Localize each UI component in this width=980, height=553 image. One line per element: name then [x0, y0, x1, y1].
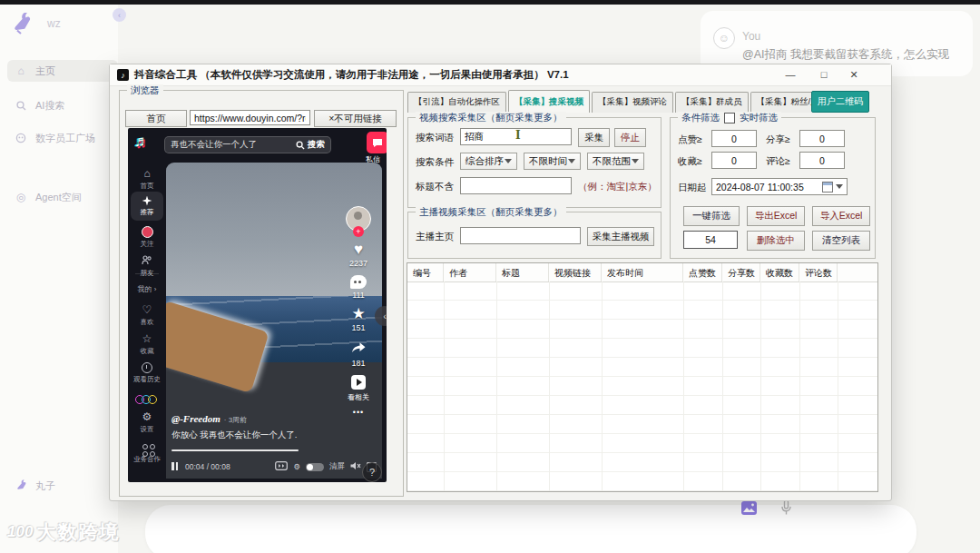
sidebar-item-home[interactable]: ⌂ 主页 [7, 60, 118, 82]
share-icon[interactable] [350, 340, 367, 357]
home-icon: ⌂ [15, 64, 27, 77]
col-header[interactable]: 收藏数 [760, 263, 799, 281]
favorite-filter-input[interactable] [711, 152, 757, 169]
help-button[interactable]: ? [362, 462, 382, 482]
sidebar-item-label: 主页 [35, 64, 55, 78]
grid-line [496, 281, 497, 491]
text-cursor-icon: I [515, 129, 521, 142]
realtime-checkbox[interactable] [724, 113, 735, 123]
browser-home-button[interactable]: 首页 [125, 110, 187, 127]
invalid-link-button[interactable]: ×不可用链接 [314, 110, 397, 127]
grid-line [683, 281, 684, 491]
sidebar-item-ai-search[interactable]: AI搜索 [7, 94, 118, 116]
tab-group-members[interactable]: 【采集】群成员 [675, 92, 749, 113]
results-table[interactable]: 编号 作者 标题 视频链接 发布时间 点赞数 分享数 收藏数 评论数 [407, 262, 878, 492]
tab-automation[interactable]: 【引流】自动化操作区 [407, 92, 506, 113]
clear-screen-toggle[interactable] [306, 463, 324, 471]
douyin-nav-recommend[interactable]: 推荐 [131, 192, 163, 221]
settings-gear-icon[interactable]: ⚙ [293, 462, 300, 471]
col-header[interactable]: 编号 [407, 263, 444, 281]
daxu-logo: 100 [7, 523, 33, 541]
more-icon[interactable]: ••• [353, 408, 364, 417]
table-header-row: 编号 作者 标题 视频链接 发布时间 点赞数 分享数 收藏数 评论数 [407, 263, 877, 282]
comment-icon[interactable] [350, 275, 367, 289]
clock-icon [142, 362, 152, 373]
window-titlebar[interactable]: ♪ 抖音综合工具 （本软件仅供学习交流使用，请勿用于非法用途，一切后果由使用者承… [110, 64, 891, 86]
author-avatar[interactable] [346, 206, 371, 232]
douyin-nav-business[interactable]: 业务合作 [128, 444, 166, 464]
delete-selected-button[interactable]: 删除选中 [747, 231, 805, 251]
realtime-label: 实时筛选 [740, 112, 778, 124]
douyin-nav-follow[interactable]: 关注 [128, 226, 166, 249]
favorite-filter-label: 收藏≥ [678, 155, 702, 168]
minimize-button[interactable]: — [783, 68, 798, 81]
douyin-nav-likes[interactable]: ♡ 喜欢 [128, 304, 166, 327]
mute-icon[interactable] [350, 461, 361, 472]
douyin-nav-friends[interactable]: 朋友 [128, 255, 166, 278]
douyin-search-button[interactable]: 搜索 [296, 139, 325, 151]
col-header[interactable]: 作者 [444, 263, 496, 281]
col-header[interactable]: 标题 [496, 263, 549, 281]
like-icon[interactable]: ♥ [354, 242, 363, 257]
sidebar-item-wanzi[interactable]: 丸子 [7, 475, 118, 497]
daxu-watermark: 100 大数跨境 [7, 519, 120, 545]
mic-icon[interactable] [780, 499, 792, 519]
douyin-search-bar[interactable]: 再也不会让你一个人了 搜索 [164, 136, 331, 153]
tab-video-comments[interactable]: 【采集】视频评论 [592, 92, 673, 113]
favorite-icon[interactable]: ★ [351, 307, 365, 321]
douyin-nav-rings[interactable] [128, 395, 166, 404]
douyin-nav-history[interactable]: 观看历史 [128, 362, 166, 384]
col-header[interactable]: 发布时间 [602, 263, 683, 281]
sidebar-item-digital-staff[interactable]: 数字员工广场 [7, 127, 118, 149]
sidebar-collapse-button[interactable]: ‹ [113, 8, 126, 22]
anchor-home-label: 主播主页 [416, 231, 454, 243]
time-select[interactable]: 不限时间 [524, 153, 581, 170]
olympic-rings-icon [138, 395, 157, 404]
video-progress-bar[interactable] [172, 449, 299, 451]
comment-filter-input[interactable] [799, 152, 845, 169]
date-from-input[interactable]: 2024-08-07 11:00:35 [711, 178, 848, 195]
post-age: · 3周前 [224, 416, 247, 424]
maximize-button[interactable]: □ [817, 68, 831, 81]
douyin-nav-home[interactable]: ⌂ 首页 [128, 168, 166, 191]
chevron-down-icon [632, 159, 639, 163]
image-upload-icon[interactable] [741, 501, 757, 518]
autoplay-icon[interactable] [275, 461, 288, 472]
col-header[interactable]: 视频链接 [549, 263, 602, 281]
import-excel-button[interactable]: 导入Excel [812, 206, 870, 226]
export-excel-button[interactable]: 导出Excel [747, 206, 805, 226]
pause-icon[interactable] [172, 462, 180, 472]
app-logo-text: wz [47, 17, 61, 30]
col-header[interactable]: 评论数 [799, 263, 838, 281]
collect-button[interactable]: 采集 [578, 128, 610, 147]
user-qrcode-button[interactable]: 用户二维码 [811, 91, 869, 113]
clear-list-button[interactable]: 清空列表 [812, 231, 870, 251]
anchor-home-input[interactable] [460, 227, 581, 244]
exclude-input[interactable] [460, 177, 572, 194]
one-click-filter-button[interactable]: 一键筛选 [683, 206, 740, 226]
collect-anchor-videos-button[interactable]: 采集主播视频 [587, 227, 654, 246]
col-header[interactable]: 分享数 [722, 263, 760, 281]
video-search-legend: 视频搜索采集区（翻页采集更多） [416, 112, 566, 124]
sidebar-item-agent-space[interactable]: ◎ Agent空间 [7, 186, 118, 208]
tab-search-collect-video[interactable]: 【采集】搜采视频 [508, 90, 590, 113]
douyin-nav-settings[interactable]: ⚙ 设置 [128, 411, 166, 434]
related-play-icon[interactable] [351, 375, 366, 390]
stop-button[interactable]: 停止 [614, 128, 646, 147]
douyin-nav-mine[interactable]: 我的 › [128, 282, 166, 294]
like-filter-input[interactable] [711, 130, 757, 147]
video-author[interactable]: @-Freedom· 3周前 [172, 413, 247, 425]
result-count-box: 54 [683, 231, 738, 249]
close-button[interactable]: ✕ [847, 68, 861, 81]
chat-input-bar[interactable] [145, 505, 916, 553]
share-filter-input[interactable] [799, 130, 845, 147]
douyin-search-text: 再也不会让你一个人了 [171, 139, 257, 151]
url-input[interactable] [190, 110, 310, 125]
range-select[interactable]: 不限范围 [587, 153, 644, 170]
douyin-logo-icon: ♬ [134, 133, 150, 151]
direct-message-badge[interactable] [367, 132, 387, 153]
col-header[interactable]: 点赞数 [683, 263, 722, 281]
sort-select[interactable]: 综合排序 [460, 153, 517, 170]
douyin-nav-favorites[interactable]: ☆ 收藏 [128, 333, 166, 356]
gear-icon: ⚙ [142, 411, 152, 423]
